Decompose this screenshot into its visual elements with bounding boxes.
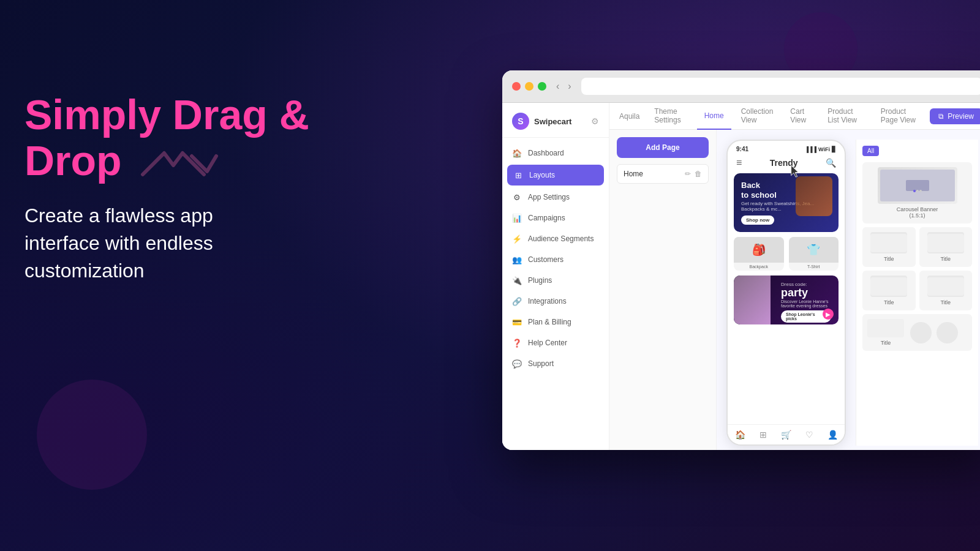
comp-box-1 xyxy=(870,234,907,252)
main-area: Aquila Theme Settings Home Collection Vi… xyxy=(609,103,980,450)
wifi-icon: WiFi xyxy=(818,146,830,152)
app-settings-icon: ⚙ xyxy=(512,192,522,202)
deco-circle-1 xyxy=(37,380,147,490)
tab-collection-view[interactable]: Collection View xyxy=(734,103,781,130)
sidebar-header: S Swipecart ⚙ xyxy=(502,103,609,138)
carousel-banner-component[interactable]: Carousel Banner(1.5:1) xyxy=(862,162,972,223)
subtext-line2: interface with endless xyxy=(24,232,213,254)
sidebar: S Swipecart ⚙ 🏠 Dashboard ⊞ Layouts ⚙ Ap… xyxy=(502,103,609,450)
carousel-preview xyxy=(878,167,957,204)
component-title-3[interactable]: Title xyxy=(862,271,916,310)
sidebar-item-help-center[interactable]: ❓ Help Center xyxy=(502,332,609,353)
wishlist-nav-icon[interactable]: ♡ xyxy=(805,430,813,440)
profile-nav-icon[interactable]: 👤 xyxy=(827,430,838,440)
sidebar-item-label-customers: Customers xyxy=(528,255,564,264)
carousel-preview-inner xyxy=(880,170,955,201)
comp-preview-4 xyxy=(927,276,964,297)
component-title-1[interactable]: Title xyxy=(862,227,916,267)
comp-circles xyxy=(910,322,958,343)
sidebar-item-campaigns[interactable]: 📊 Campaigns xyxy=(502,208,609,228)
tab-all[interactable]: All xyxy=(862,146,879,156)
phone-mockup: 9:41 ▐▐▐ WiFi ▊ ≡ Trendy 🔍 xyxy=(726,140,846,446)
forward-arrow-icon[interactable]: › xyxy=(565,80,573,93)
component-title-circle[interactable]: Title xyxy=(862,314,972,351)
party-desc: Discover Leonie Hanne'sfavorite evening … xyxy=(781,299,831,308)
aquila-label: Aquila xyxy=(619,112,639,121)
edit-icon[interactable]: ✏ xyxy=(685,170,691,178)
tab-theme-settings[interactable]: Theme Settings xyxy=(647,103,694,130)
phone-product-tshirt[interactable]: 👕 T-Shirt xyxy=(789,237,839,271)
arrow-icon xyxy=(140,144,219,184)
headline-line2: Drop xyxy=(24,137,122,184)
sidebar-item-customers[interactable]: 👥 Customers xyxy=(502,249,609,270)
layouts-icon: ⊞ xyxy=(513,170,523,180)
minimize-button[interactable] xyxy=(525,82,533,91)
sidebar-item-plugins[interactable]: 🔌 Plugins xyxy=(502,270,609,291)
backpack-image: 🎒 xyxy=(734,237,784,263)
svg-point-2 xyxy=(913,190,916,192)
headline: Simply Drag & Drop xyxy=(24,92,380,184)
phone-status-icons: ▐▐▐ WiFi ▊ xyxy=(805,146,836,152)
component-title-4[interactable]: Title xyxy=(919,271,973,310)
signal-icon: ▐▐▐ xyxy=(805,146,816,152)
phone-banner-2: Dress code: party Discover Leonie Hanne'… xyxy=(734,276,839,324)
sidebar-item-integrations[interactable]: 🔗 Integrations xyxy=(502,291,609,312)
phone-content: Backto school Get ready with Sweatshirts… xyxy=(728,173,845,428)
back-arrow-icon[interactable]: ‹ xyxy=(554,80,562,93)
subtext-line3: customization xyxy=(24,260,145,282)
maximize-button[interactable] xyxy=(538,82,546,91)
tab-cart-view[interactable]: Cart View xyxy=(783,103,818,130)
comp-box-5 xyxy=(867,319,904,337)
comp-preview-3 xyxy=(870,276,907,297)
sidebar-item-label-support: Support xyxy=(528,359,554,368)
sidebar-item-support[interactable]: 💬 Support xyxy=(502,353,609,374)
page-list-item-home[interactable]: Home ✏ 🗑 xyxy=(617,164,709,184)
home-nav-icon[interactable]: 🏠 xyxy=(735,430,745,440)
phone-app-title: Trendy xyxy=(770,158,798,168)
close-button[interactable] xyxy=(512,82,521,91)
support-icon: 💬 xyxy=(512,359,522,369)
tshirt-label: T-Shirt xyxy=(789,263,839,271)
phone-products: 🎒 Backpack 👕 T-Shirt xyxy=(728,237,845,276)
sidebar-item-audience-segments[interactable]: ⚡ Audience Segments xyxy=(502,228,609,249)
sidebar-item-dashboard[interactable]: 🏠 Dashboard xyxy=(502,143,609,163)
phone-product-backpack[interactable]: 🎒 Backpack xyxy=(734,237,784,271)
phone-search-icon[interactable]: 🔍 xyxy=(826,158,836,168)
comp-box-3 xyxy=(870,277,907,296)
add-page-button[interactable]: Add Page xyxy=(617,137,709,158)
sidebar-settings-icon[interactable]: ⚙ xyxy=(591,116,599,126)
phone-banner-btn[interactable]: Shop now xyxy=(741,216,774,225)
sidebar-nav: 🏠 Dashboard ⊞ Layouts ⚙ App Settings 📊 C… xyxy=(502,138,609,379)
cart-nav-icon[interactable]: 🛒 xyxy=(781,430,791,440)
phone-search-bar: ≡ Trendy 🔍 xyxy=(728,155,845,173)
sidebar-item-label-campaigns: Campaigns xyxy=(528,214,565,222)
preview-button[interactable]: ⧉ Preview xyxy=(930,108,980,124)
comp-label-1: Title xyxy=(884,256,894,262)
tab-product-list-view[interactable]: Product List View xyxy=(820,103,871,130)
component-title-2[interactable]: Title xyxy=(919,227,973,267)
sidebar-item-layouts[interactable]: ⊞ Layouts xyxy=(507,165,604,186)
delete-icon[interactable]: 🗑 xyxy=(695,170,702,178)
comp-box-2 xyxy=(927,234,964,252)
sidebar-logo: S Swipecart xyxy=(512,113,571,130)
browser-chrome: ‹ › xyxy=(502,70,980,103)
address-bar[interactable] xyxy=(581,78,980,95)
left-section: Simply Drag & Drop Create a flawless app… xyxy=(24,92,380,285)
sidebar-item-plan-billing[interactable]: 💳 Plan & Billing xyxy=(502,312,609,332)
tab-home[interactable]: Home xyxy=(697,103,731,130)
nav-arrows: ‹ › xyxy=(554,80,574,93)
sidebar-item-label-audience: Audience Segments xyxy=(528,234,594,243)
component-grid: Carousel Banner(1.5:1) Title xyxy=(862,162,972,351)
comp-preview-2 xyxy=(927,232,964,253)
sidebar-item-label-dashboard: Dashboard xyxy=(528,149,564,157)
grid-nav-icon[interactable]: ⊞ xyxy=(760,430,767,440)
billing-icon: 💳 xyxy=(512,317,522,327)
hamburger-icon[interactable]: ≡ xyxy=(736,157,742,168)
customers-icon: 👥 xyxy=(512,255,522,264)
party-title: party xyxy=(781,287,831,298)
plugins-icon: 🔌 xyxy=(512,276,522,285)
sidebar-item-app-settings[interactable]: ⚙ App Settings xyxy=(502,187,609,208)
page-actions: ✏ 🗑 xyxy=(685,170,702,178)
svg-rect-1 xyxy=(906,180,929,191)
tab-product-page-view[interactable]: Product Page View xyxy=(873,103,928,130)
